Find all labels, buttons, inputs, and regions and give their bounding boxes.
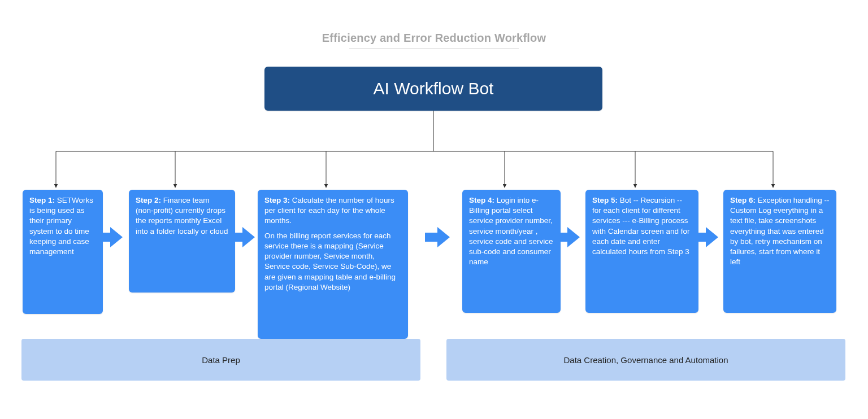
- step-label: Step 6:: [730, 196, 756, 204]
- step-label: Step 3:: [264, 196, 290, 204]
- diagram-title: Efficiency and Error Reduction Workflow: [0, 32, 868, 45]
- root-node-label: AI Workflow Bot: [374, 79, 494, 98]
- root-node-ai-workflow-bot: AI Workflow Bot: [264, 67, 602, 111]
- step-1-box: Step 1: SETWorks is being used as their …: [23, 190, 103, 314]
- arrow-right-icon: [424, 224, 451, 251]
- step-body-2: On the billing report services for each …: [264, 232, 396, 291]
- diagram-canvas: Efficiency and Error Reduction Workflow …: [0, 0, 868, 419]
- group-data-creation: Data Creation, Governance and Automation: [446, 339, 845, 381]
- step-body: SETWorks is being used as their primary …: [29, 196, 93, 256]
- title-underline: [349, 49, 519, 49]
- step-body: Login into e-Billing portal select servi…: [469, 196, 553, 266]
- step-3-box: Step 3: Calculate the number of hours pe…: [258, 190, 408, 339]
- group-label: Data Creation, Governance and Automation: [563, 355, 728, 365]
- step-label: Step 2:: [136, 196, 161, 204]
- step-body: Bot -- Recursion -- for each client for …: [592, 196, 690, 256]
- step-5-box: Step 5: Bot -- Recursion -- for each cli…: [585, 190, 698, 313]
- flow-arrow-3: [424, 224, 451, 251]
- group-label: Data Prep: [202, 355, 240, 365]
- step-body: Exception handling -- Custom Log everyth…: [730, 196, 830, 266]
- group-data-prep: Data Prep: [21, 339, 420, 381]
- step-label: Step 4:: [469, 196, 494, 204]
- step-label: Step 5:: [592, 196, 618, 204]
- step-4-box: Step 4: Login into e-Billing portal sele…: [462, 190, 561, 313]
- step-label: Step 1:: [29, 196, 55, 204]
- step-6-box: Step 6: Exception handling -- Custom Log…: [723, 190, 836, 313]
- step-2-box: Step 2: Finance team (non-profit) curren…: [129, 190, 235, 293]
